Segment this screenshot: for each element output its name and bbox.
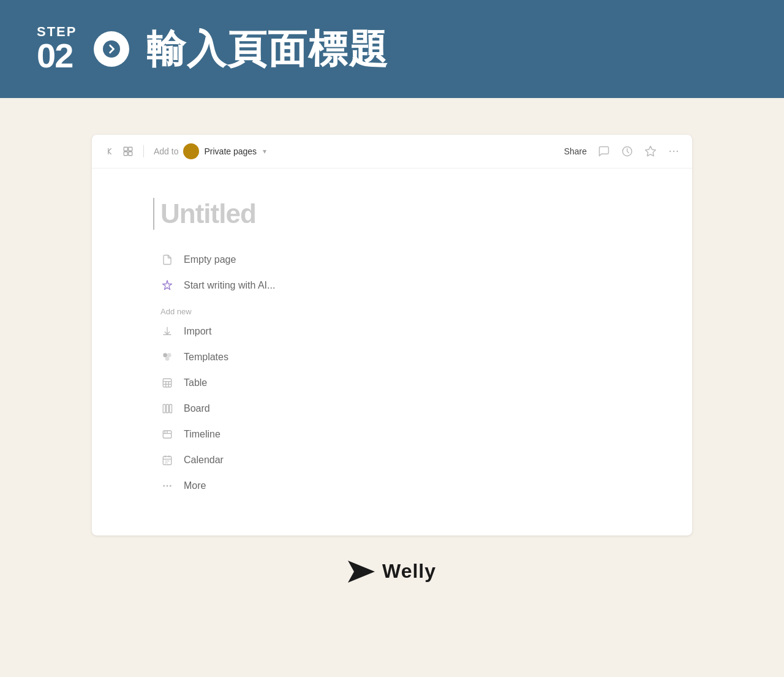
add-new-label: Add new bbox=[153, 298, 631, 319]
editor-body: Untitled Empty page bbox=[92, 168, 692, 535]
title-cursor bbox=[153, 198, 154, 230]
more-label: More bbox=[184, 480, 206, 491]
favorite-icon[interactable] bbox=[644, 145, 657, 157]
svg-rect-18 bbox=[163, 404, 165, 413]
back-icon[interactable] bbox=[104, 146, 115, 157]
menu-list: Empty page Start writing with AI... Add … bbox=[153, 247, 631, 499]
templates-icon bbox=[160, 350, 174, 364]
svg-rect-13 bbox=[163, 379, 172, 387]
welly-logo-icon bbox=[348, 561, 375, 583]
table-item[interactable]: Table bbox=[153, 370, 631, 396]
empty-page-item[interactable]: Empty page bbox=[153, 247, 631, 273]
step-number: 02 bbox=[37, 39, 77, 73]
svg-marker-6 bbox=[646, 146, 656, 156]
templates-item[interactable]: Templates bbox=[153, 344, 631, 370]
svg-marker-34 bbox=[348, 561, 375, 583]
svg-rect-19 bbox=[167, 404, 169, 413]
import-icon bbox=[160, 325, 174, 338]
svg-point-0 bbox=[103, 40, 120, 58]
svg-point-32 bbox=[167, 485, 168, 487]
svg-rect-4 bbox=[129, 152, 132, 156]
calendar-icon bbox=[160, 453, 174, 467]
svg-rect-25 bbox=[163, 456, 172, 465]
add-to-label: Add to bbox=[154, 146, 178, 156]
toolbar-left: Add to Private pages ▾ bbox=[104, 143, 266, 159]
templates-label: Templates bbox=[184, 352, 228, 363]
more-item[interactable]: More bbox=[153, 473, 631, 499]
svg-point-10 bbox=[163, 353, 167, 357]
timeline-label: Timeline bbox=[184, 429, 221, 440]
page-title-placeholder[interactable]: Untitled bbox=[160, 199, 256, 229]
svg-point-8 bbox=[673, 151, 675, 153]
arrow-circle-icon bbox=[94, 31, 129, 67]
board-icon bbox=[160, 402, 174, 415]
calendar-label: Calendar bbox=[184, 455, 224, 466]
header-banner: STEP 02 輸入頁面標題 bbox=[0, 0, 784, 98]
svg-rect-2 bbox=[129, 147, 132, 151]
svg-point-9 bbox=[677, 151, 679, 153]
empty-page-label: Empty page bbox=[184, 254, 236, 265]
timeline-icon bbox=[160, 428, 174, 441]
layout-icon[interactable] bbox=[123, 146, 134, 157]
toolbar-divider bbox=[143, 145, 144, 157]
svg-point-31 bbox=[163, 485, 165, 487]
table-label: Table bbox=[184, 377, 207, 388]
add-to-section[interactable]: Add to Private pages ▾ bbox=[154, 143, 266, 159]
more-dots-icon bbox=[160, 479, 174, 493]
workspace-avatar bbox=[183, 143, 199, 159]
svg-point-12 bbox=[165, 357, 170, 361]
document-icon bbox=[160, 253, 174, 267]
workspace-name: Private pages bbox=[204, 146, 257, 156]
page-title-area: Untitled bbox=[153, 198, 631, 230]
start-writing-ai-item[interactable]: Start writing with AI... bbox=[153, 273, 631, 298]
share-button[interactable]: Share bbox=[564, 146, 587, 156]
svg-rect-20 bbox=[170, 404, 172, 413]
main-content: Add to Private pages ▾ Share bbox=[0, 98, 784, 677]
comment-icon[interactable] bbox=[598, 145, 610, 157]
footer: Welly bbox=[348, 535, 436, 613]
editor-card: Add to Private pages ▾ Share bbox=[92, 135, 692, 535]
svg-point-33 bbox=[170, 485, 172, 487]
chevron-down-icon: ▾ bbox=[263, 147, 266, 156]
import-item[interactable]: Import bbox=[153, 319, 631, 344]
step-label: STEP 02 bbox=[37, 25, 77, 73]
header-title: 輸入頁面標題 bbox=[146, 23, 389, 76]
board-label: Board bbox=[184, 403, 210, 414]
start-writing-ai-label: Start writing with AI... bbox=[184, 280, 275, 291]
editor-toolbar: Add to Private pages ▾ Share bbox=[92, 135, 692, 168]
toolbar-right: Share bbox=[564, 145, 680, 157]
sparkle-icon bbox=[160, 279, 174, 292]
timeline-item[interactable]: Timeline bbox=[153, 422, 631, 447]
more-options-icon[interactable] bbox=[668, 145, 680, 157]
svg-point-7 bbox=[669, 151, 671, 153]
history-icon[interactable] bbox=[621, 145, 633, 157]
svg-rect-3 bbox=[124, 152, 127, 156]
calendar-item[interactable]: Calendar bbox=[153, 447, 631, 473]
import-label: Import bbox=[184, 326, 211, 337]
svg-point-11 bbox=[167, 353, 172, 357]
table-icon bbox=[160, 376, 174, 390]
board-item[interactable]: Board bbox=[153, 396, 631, 422]
brand-name: Welly bbox=[382, 560, 436, 583]
svg-rect-1 bbox=[124, 147, 127, 151]
